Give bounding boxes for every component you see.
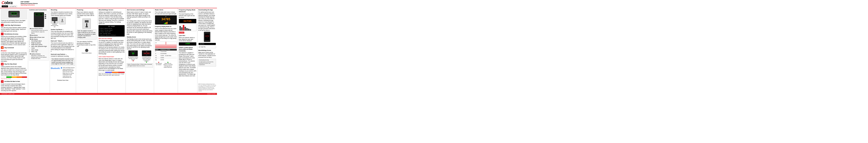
power-adapter-img [83, 19, 91, 29]
bands-note-downloading: Downloading the App [199, 60, 215, 61]
connection-indicators: Not connected icon indicator Radar Alert… [155, 62, 177, 68]
table-row: Ka 34,950 [155, 57, 177, 59]
alerts-heading: Alert Screens and Settings [127, 9, 153, 11]
freq-bar-4 [185, 27, 186, 31]
alert-user-settings-header: Alert and User Settings [98, 38, 125, 40]
detector-model-label: DSP 9200BT [12, 15, 16, 16]
bt-symbol: ⬢ [61, 67, 62, 69]
freq-ka2: 34,950 [160, 57, 177, 59]
control-updown-desc: While Menu is displayed, use Up/Down but… [30, 55, 48, 59]
freq-graph-area: Ka [155, 42, 177, 48]
color-coded-header: Color Coded Threat Areas* [98, 56, 125, 58]
freq-chart-visual [179, 24, 196, 31]
btn-mute [45, 16, 46, 17]
lba-header: AURA® Location-Based Alerts (LBA) and iR… [179, 47, 196, 52]
accuracy-icon: ✓ [1, 33, 4, 35]
cobra-rest-text: obra [4, 0, 12, 5]
bracket-visual [52, 17, 57, 23]
radar-band-label: Ka [156, 16, 176, 17]
radar-intro-text: This is the basic alert mode. It shows t… [155, 11, 177, 15]
bluetooth-note-text: *GPS and iRadar features require connect… [63, 67, 75, 78]
download-app-store-label: App Store [200, 43, 204, 45]
phone-ka-label: Ka [205, 37, 209, 38]
google-play-icon-download: ▶ [199, 46, 200, 47]
color-red [118, 72, 125, 73]
logo-section: Cobra  App Store ▶ Google Play [1, 1, 19, 7]
control-power-label: Power/Volume Button [31, 28, 43, 29]
threat-white [1, 76, 6, 78]
apple-icon:  [2, 6, 3, 7]
bracket-top [53, 18, 57, 20]
control-dot-power [30, 28, 31, 29]
alerts-radar-text: Radar bands consist of X-band, K-band, a… [127, 11, 153, 20]
feature2-text: Reduces the uncertainty and frustration … [1, 36, 27, 46]
control-dot-dim [30, 39, 31, 40]
freq-k: 24,150 MHz [160, 53, 177, 55]
control-buttons-right [45, 14, 46, 19]
conn-dot-not-connected [133, 60, 134, 61]
dual-lock-header: Dual Lock™ Mount — [51, 40, 75, 42]
radar-alert-screen: Ka 34705 [155, 15, 177, 25]
freq-bar-5 [186, 28, 188, 31]
connected-text: Radar Alert icon indicator is connected … [163, 63, 173, 68]
apple-store-badge[interactable]:  App Store [1, 5, 8, 7]
hook-fastener-header: Hook and Loop Fastener — [51, 53, 75, 55]
freq-bar-6 [188, 29, 189, 31]
performance-icon: ▲ [1, 24, 4, 27]
download-apple-badge[interactable]:  App Store [198, 43, 216, 45]
download-google-badge[interactable]: ▶ Google Play [198, 46, 216, 48]
setting-x-alert: X-Alert Quiet Drive [99, 28, 124, 29]
feature3-label: Stay Connected! [4, 47, 14, 49]
freq-ka3: 35,500 [160, 59, 177, 61]
threat-green [6, 76, 11, 78]
dim-option-4: Menu: BNC (Bluetooth Night Color) [31, 46, 48, 49]
product-image: COBRA DSP 9200BT [1, 9, 27, 19]
setting-laser: Laser System Info [99, 33, 124, 34]
lba-text: Your detector is capable of providing yo… [179, 52, 196, 77]
dim-option-6: Menu: City [31, 51, 48, 53]
control-dim-item: DIM+ Button [30, 38, 48, 40]
dim-option-1: Menu/Bright adjust [31, 40, 48, 42]
settings-list: X-Alert Quiet Drive K-Alert Screen Saver… [99, 28, 124, 36]
controls-diagram: COBRA Power/Volume Button Press and hold… [29, 11, 49, 61]
control-dot-mute [30, 35, 31, 36]
iradar-registered: ® [6, 50, 7, 51]
col-mounting: Mounting Your detector should be mounted… [50, 8, 76, 93]
bar1 [164, 23, 164, 24]
freq-display-on-header: Frequency Display Mode On [155, 26, 177, 28]
feature1-row: ▲ Small Size, Big Performance [1, 24, 27, 27]
phone-illustration-area: 34705 Ka [198, 32, 216, 42]
col-menu: Menu/Settings Screen Settings are availa… [98, 8, 126, 93]
color-white [98, 72, 105, 73]
mounting-note-box: Your detector should be mounted so that … [51, 58, 75, 66]
graph-peak [166, 42, 166, 45]
color-coded-text: When the detector detects a Cobra alert,… [98, 58, 125, 71]
no-connection-screen-area: CITY MAX 55 MPH No connection to phone: … [127, 50, 140, 63]
windshield-bracket-img [51, 17, 58, 24]
table-row: X 10,525 MHz [155, 50, 177, 53]
google-play-badge[interactable]: ▶ Google Play [9, 5, 17, 7]
control-updown-item: Up/Down Buttons [30, 53, 48, 55]
hook-fastener-text: Included for dashboard mounting. [51, 56, 75, 57]
bar2 [165, 23, 165, 24]
suction-arm [62, 19, 63, 21]
menu-settings-screen: DSP 9200BT X-Alert Quiet Drive K-Alert S… [98, 25, 125, 37]
table-row: Ka 35,500 [155, 59, 177, 61]
cobra-c-letter: C [1, 0, 4, 5]
freq-bar-1 [179, 26, 181, 31]
col-radar-alerts: Radar Alerts This is the basic alert mod… [154, 8, 178, 93]
connected-mph: MPH [146, 55, 147, 56]
phone-screen-content: 34705 Ka [205, 35, 209, 38]
dual-text: This mount is discreet and very solid fo… [51, 42, 75, 52]
windshield-mount-area: Windshield Bracket Mounting Slot [51, 17, 58, 27]
footer-part-number: DSP9200BT_MAN4_HA6 [1, 93, 14, 95]
adapter-cable [86, 23, 87, 26]
col-downloading: Downloading the App For optimal performa… [197, 8, 217, 93]
controls-heading: Controls and Connections [29, 9, 49, 11]
dim-option-3: Bright Down (Quick) [31, 44, 48, 45]
detector-diagram-container: COBRA [30, 12, 48, 27]
freq-ka1: 33,800 – 36,000 MHz [160, 55, 177, 57]
freq-display-on-text: This is a new advanced and very useful m… [155, 28, 177, 41]
feature2-row: ✓ Revolutionary Accuracy [1, 33, 27, 35]
downloading-heading: Downloading the App [198, 9, 216, 11]
